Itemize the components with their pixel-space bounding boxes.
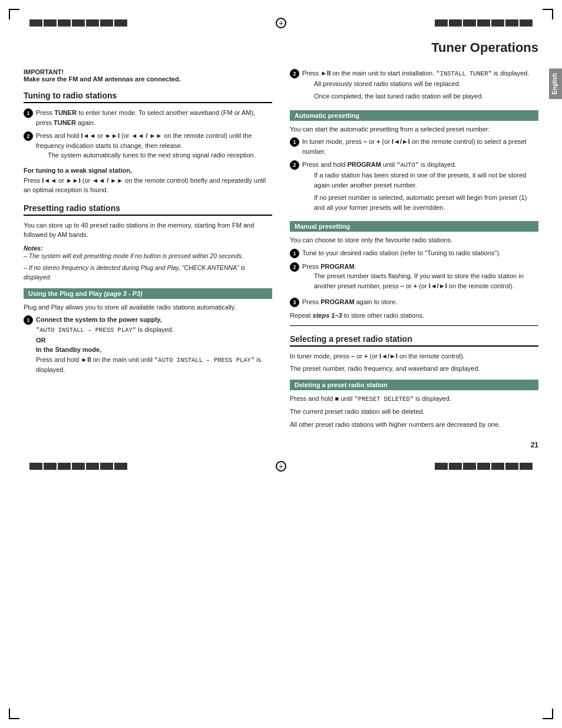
language-tab: English xyxy=(549,68,562,99)
manual-step2-num: 2 xyxy=(290,262,299,272)
manual-step2: 2 Press PROGRAM. The preset number start… xyxy=(290,262,538,294)
reg-circle-top xyxy=(276,18,286,28)
reg-block xyxy=(449,463,462,470)
two-col-layout: IMPORTANT! Make sure the FM and AM anten… xyxy=(24,68,538,449)
reg-block xyxy=(477,19,490,27)
program-bold-2: PROGRAM xyxy=(320,263,354,270)
button-skip-back: I◄◄ xyxy=(81,132,95,139)
reg-block xyxy=(449,19,462,27)
auto-tune-note: The system automatically tunes to the ne… xyxy=(36,150,272,160)
auto-presetting-heading: Automatic presetting xyxy=(290,110,538,121)
delete-text1: Press and hold ■ until "PRESET DELETED" … xyxy=(290,394,538,404)
presetting-intro: You can store up to 40 preset radio stat… xyxy=(24,220,272,240)
reg-bar-bottom-right xyxy=(435,463,533,470)
reg-bar-right xyxy=(435,19,533,27)
auto-step1-num: 1 xyxy=(290,137,299,147)
reg-block xyxy=(100,463,113,470)
manual-step2-desc: The preset number starts flashing. If yo… xyxy=(302,271,538,291)
tuning-step1-content: Press TUNER to enter tuner mode. To sele… xyxy=(36,108,272,127)
program-bold: PROGRAM xyxy=(347,161,381,168)
install-tuner-mono: "INSTALL TUNER" xyxy=(436,70,492,77)
tuner-bold-2: TUNER xyxy=(54,119,76,126)
stop-button: ■ xyxy=(335,395,339,402)
note2: – If no stereo frequency is detected dur… xyxy=(24,263,272,282)
page: Tuner Operations IMPORTANT! Make sure th… xyxy=(0,0,562,728)
plug-step1-num: 1 xyxy=(24,315,33,325)
note1: – The system will exit presetting mode i… xyxy=(24,252,272,261)
reg-block xyxy=(72,463,85,470)
steps-bold: steps 1–3 xyxy=(313,312,342,319)
corner-mark-bl xyxy=(9,709,19,719)
reg-marks-bottom xyxy=(24,461,538,472)
page-number: 21 xyxy=(290,441,538,449)
important-text: Make sure the FM and AM antennas are con… xyxy=(24,75,272,83)
reg-block xyxy=(100,19,113,27)
plug-heading: Using the Plug and Play (page 3 - P3) xyxy=(24,288,272,299)
auto-mono: "AUTO" xyxy=(396,162,419,169)
program-bold-3: PROGRAM xyxy=(320,298,354,305)
reg-bar-left xyxy=(29,19,127,27)
reg-block xyxy=(44,19,57,27)
important-title: IMPORTANT! xyxy=(24,68,272,75)
manual-step1-num: 1 xyxy=(290,249,299,258)
plug-step1-content: Connect the system to the power supply, … xyxy=(36,315,272,375)
preset-deleted-mono: "PRESET DELETED" xyxy=(354,396,414,403)
section-divider xyxy=(290,325,538,326)
selecting-heading: Selecting a preset radio station xyxy=(290,334,538,347)
manual-presetting-heading: Manual presetting xyxy=(290,221,538,232)
reg-block xyxy=(435,19,448,27)
manual-repeat: Repeat steps 1–3 to store other radio st… xyxy=(290,311,538,321)
tuning-step2: 2 Press and hold I◄◄ or ►►I (or ◄◄ / ►► … xyxy=(24,131,272,163)
col-left: IMPORTANT! Make sure the FM and AM anten… xyxy=(24,68,272,449)
auto-step1-content: In tuner mode, press – or + (or I◄/►I on… xyxy=(302,137,538,156)
auto-step1: 1 In tuner mode, press – or + (or I◄/►I … xyxy=(290,137,538,156)
manual-step1: 1 Tune to your desired radio station (re… xyxy=(290,248,538,258)
reg-block xyxy=(463,19,476,27)
delete-heading: Deleting a preset radio station xyxy=(290,380,538,390)
corner-mark-tr xyxy=(543,9,553,19)
notes-title: Notes: xyxy=(24,245,272,252)
reg-block xyxy=(44,463,57,470)
reg-block xyxy=(520,463,533,470)
selecting-text2: The preset number, radio frequency, and … xyxy=(290,364,538,374)
replaced-note: All previously stored radio stations wil… xyxy=(302,79,538,89)
plug-step2-content: Press ►II on the main unit to start inst… xyxy=(302,68,538,104)
auto-install-mono-2: "AUTO INSTALL – PRESS PLAY" xyxy=(154,357,254,364)
manual-step2-content: Press PROGRAM. The preset number starts … xyxy=(302,262,538,294)
reg-block xyxy=(58,19,71,27)
reg-block xyxy=(491,463,504,470)
manual-step3: 3 Press PROGRAM again to store. xyxy=(290,297,538,307)
manual-presetting-intro: You can choose to store only the favouri… xyxy=(290,235,538,245)
reg-block xyxy=(505,463,518,470)
step-number-1: 1 xyxy=(24,108,33,118)
reg-block xyxy=(477,463,490,470)
reg-block xyxy=(520,19,533,27)
presetting-heading: Presetting radio stations xyxy=(24,203,272,216)
weak-signal-heading: For tuning to a weak signal station, xyxy=(24,167,272,174)
plug-step2-num: 2 xyxy=(290,69,299,78)
play-pause-btn2: ►II xyxy=(320,70,330,77)
delete-text4: All other preset radio stations with hig… xyxy=(290,420,538,430)
important-box: IMPORTANT! Make sure the FM and AM anten… xyxy=(24,68,272,83)
step-number-2: 2 xyxy=(24,131,33,141)
weak-signal-text: Press I◄◄ or ►►I (or ◄◄ / ►► on the remo… xyxy=(24,176,272,195)
tuner-bold-1: TUNER xyxy=(54,109,77,116)
auto-presetting-intro: You can start the automatic presetting f… xyxy=(290,124,538,134)
manual-step3-num: 3 xyxy=(290,298,299,307)
reg-block xyxy=(86,19,99,27)
played-note: Once completed, the last tuned radio sta… xyxy=(302,91,538,101)
auto-install-mono: "AUTO INSTALL – PRESS PLAY" xyxy=(36,327,136,334)
reg-block xyxy=(435,463,448,470)
or-label: OR xyxy=(36,337,46,344)
corner-mark-br xyxy=(543,709,553,719)
tuning-step2-content: Press and hold I◄◄ or ►►I (or ◄◄ / ►► on… xyxy=(36,131,272,163)
auto-step2: 2 Press and hold PROGRAM until "AUTO" is… xyxy=(290,160,538,215)
delete-text3: The current preset radio station will be… xyxy=(290,407,538,417)
reg-block xyxy=(29,19,42,27)
auto-step2-num: 2 xyxy=(290,160,299,170)
reg-block xyxy=(114,19,127,27)
standby-heading: In the Standby mode, xyxy=(36,346,101,353)
connect-bold: Connect the system to the power supply, xyxy=(36,316,162,323)
plug-page-ref: (page 3 - P3) xyxy=(104,290,142,297)
plug-step2: 2 Press ►II on the main unit to start in… xyxy=(290,68,538,104)
